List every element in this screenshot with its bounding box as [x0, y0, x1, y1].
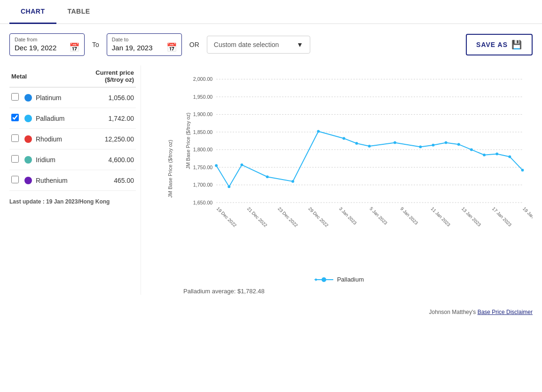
metal-name-ruthenium: Ruthenium	[36, 177, 68, 184]
chart-svg: 2,000.001,950.001,900.001,850.001,800.00…	[183, 70, 533, 235]
svg-point-26	[393, 141, 396, 144]
svg-text:1,900.00: 1,900.00	[193, 111, 213, 117]
last-update-date: 19 Jan 2023	[46, 198, 78, 205]
metals-table: Metal Current price($/troy oz) Platinum …	[9, 65, 136, 191]
date-to-label: Date to	[112, 37, 177, 42]
svg-text:1,950.00: 1,950.00	[193, 94, 213, 100]
chart-container: JM Base Price ($/troy oz) 2,000.001,950.…	[146, 65, 533, 272]
footer: Johnson Matthey's Base Price Disclaimer	[0, 304, 542, 320]
svg-point-19	[240, 164, 243, 166]
or-label: OR	[188, 41, 201, 48]
svg-point-29	[445, 141, 448, 144]
table-row: Palladium 1,742.00	[9, 108, 136, 129]
main-content: Metal Current price($/troy oz) Platinum …	[0, 65, 542, 304]
metal-price-palladium: 1,742.00	[82, 108, 136, 129]
metal-price-rhodium: 12,250.00	[82, 129, 136, 149]
svg-text:2,000.00: 2,000.00	[193, 76, 213, 82]
svg-point-18	[228, 185, 230, 188]
custom-date-dropdown[interactable]: Custom date selection ▼	[207, 36, 310, 54]
svg-point-22	[317, 130, 320, 133]
svg-point-28	[432, 144, 435, 147]
metal-checkbox-cell[interactable]	[9, 149, 23, 170]
chevron-down-icon: ▼	[297, 41, 303, 48]
svg-text:17 Jan 2023: 17 Jan 2023	[491, 206, 513, 227]
svg-text:1,650.00: 1,650.00	[193, 200, 213, 205]
metal-checkbox-ruthenium[interactable]	[11, 176, 19, 183]
table-row: Iridium 4,600.00	[9, 149, 136, 170]
svg-point-21	[291, 180, 294, 183]
metal-dot-rhodium	[24, 135, 32, 143]
metal-price-iridium: 4,600.00	[82, 149, 136, 170]
calendar-from-icon: 📅	[69, 42, 79, 53]
metal-col-header: Metal	[9, 65, 82, 87]
metal-dot-palladium	[24, 115, 32, 122]
svg-text:JM Base Price ($/troy oz): JM Base Price ($/troy oz)	[185, 113, 191, 169]
metal-checkbox-palladium[interactable]	[11, 114, 19, 121]
table-row: Platinum 1,056.00	[9, 87, 136, 108]
chart-area: JM Base Price ($/troy oz) 2,000.001,950.…	[141, 65, 533, 295]
svg-text:1,700.00: 1,700.00	[193, 182, 213, 188]
date-from-value: Dec 19, 2022	[15, 44, 56, 52]
save-label: SAVE AS	[476, 41, 508, 48]
metal-checkbox-cell[interactable]	[9, 108, 23, 129]
svg-point-35	[521, 169, 524, 172]
save-as-button[interactable]: SAVE AS 💾	[466, 34, 533, 55]
date-to-value: Jan 19, 2023	[112, 44, 153, 52]
svg-point-31	[470, 149, 473, 151]
table-row: Rhodium 12,250.00	[9, 129, 136, 149]
svg-text:29 Dec 2022: 29 Dec 2022	[307, 206, 330, 228]
svg-point-25	[368, 145, 371, 148]
date-from-field[interactable]: Date from Dec 19, 2022 📅	[9, 33, 85, 56]
metal-price-ruthenium: 465.00	[82, 170, 136, 191]
metal-checkbox-platinum[interactable]	[11, 93, 19, 101]
svg-text:11 Jan 2023: 11 Jan 2023	[430, 206, 452, 227]
controls-bar: Date from Dec 19, 2022 📅 To Date to Jan …	[0, 24, 542, 65]
average-text: Palladium average: $1,782.48	[146, 283, 533, 295]
metal-checkbox-iridium[interactable]	[11, 155, 19, 163]
y-axis-label: JM Base Price ($/troy oz)	[167, 140, 173, 197]
chart-legend: Palladium	[146, 276, 533, 283]
tab-chart[interactable]: CHART	[9, 0, 56, 24]
svg-text:3 Jan 2023: 3 Jan 2023	[338, 206, 358, 226]
svg-text:9 Jan 2023: 9 Jan 2023	[400, 206, 419, 226]
metal-dot-ruthenium	[24, 177, 32, 184]
svg-text:19 Dec 2022: 19 Dec 2022	[216, 206, 238, 228]
svg-point-20	[266, 175, 269, 178]
calendar-to-icon: 📅	[166, 42, 177, 53]
metal-checkbox-cell[interactable]	[9, 129, 23, 149]
svg-point-34	[508, 156, 511, 158]
last-update-location: /Hong Kong	[78, 198, 110, 205]
svg-point-30	[457, 143, 460, 146]
metal-checkbox-rhodium[interactable]	[11, 134, 19, 142]
svg-point-32	[483, 154, 486, 157]
svg-text:1,850.00: 1,850.00	[193, 129, 213, 135]
svg-text:23 Dec 2022: 23 Dec 2022	[277, 206, 299, 228]
svg-point-27	[419, 146, 422, 149]
svg-point-17	[215, 164, 218, 167]
legend-line-svg	[314, 277, 333, 282]
metal-name-palladium: Palladium	[36, 115, 64, 122]
disclaimer-link[interactable]: Base Price Disclaimer	[478, 309, 533, 315]
tab-table[interactable]: TABLE	[56, 0, 102, 24]
metal-name-iridium: Iridium	[36, 156, 55, 164]
svg-text:13 Jan 2023: 13 Jan 2023	[461, 206, 482, 227]
last-update-label: Last update :	[9, 198, 46, 205]
svg-point-33	[495, 153, 498, 156]
custom-date-text: Custom date selection	[214, 41, 279, 48]
svg-marker-50	[315, 278, 318, 281]
svg-point-24	[355, 142, 358, 145]
metal-checkbox-cell[interactable]	[9, 170, 23, 191]
date-from-label: Date from	[15, 37, 79, 42]
to-label: To	[90, 41, 101, 48]
svg-point-23	[343, 137, 346, 140]
svg-text:5 Jan 2023: 5 Jan 2023	[369, 206, 388, 226]
left-panel: Metal Current price($/troy oz) Platinum …	[9, 65, 141, 295]
svg-text:21 Dec 2022: 21 Dec 2022	[246, 206, 268, 228]
metal-checkbox-cell[interactable]	[9, 87, 23, 108]
save-disk-icon: 💾	[511, 39, 522, 50]
last-update: Last update : 19 Jan 2023/Hong Kong	[9, 191, 136, 205]
tabs-bar: CHART TABLE	[0, 0, 542, 24]
date-to-field[interactable]: Date to Jan 19, 2023 📅	[107, 33, 182, 56]
svg-point-48	[322, 277, 326, 282]
metal-name-platinum: Platinum	[36, 94, 61, 102]
